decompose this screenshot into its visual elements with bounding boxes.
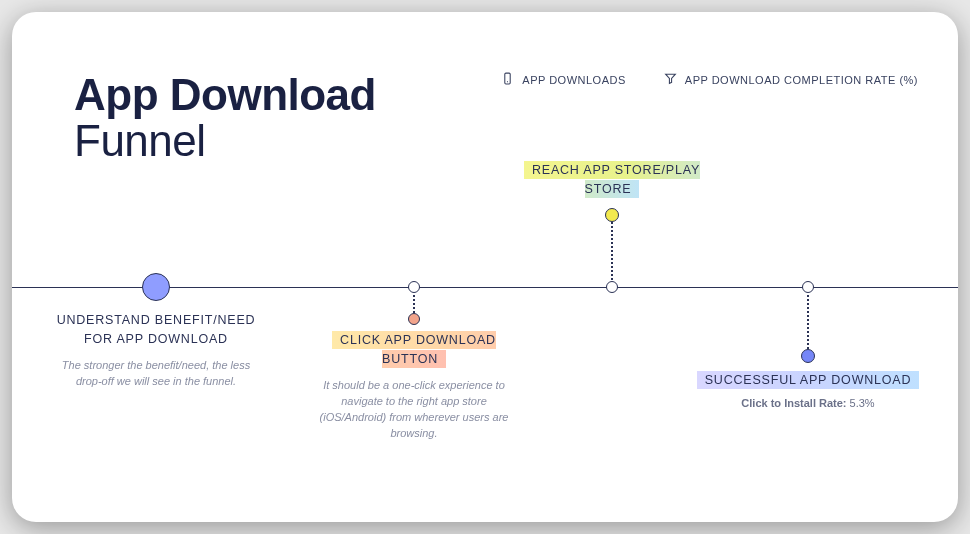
funnel-card: App Download Funnel APP DOWNLOADS APP DO…	[12, 12, 958, 522]
stage-4-metric-value: 5.3%	[850, 397, 875, 409]
title-strong: App Download	[74, 72, 376, 118]
stage-1: UNDERSTAND BENEFIT/NEED FOR APP DOWNLOAD…	[56, 310, 256, 390]
stage-2-desc: It should be a one-click experience to n…	[307, 378, 521, 442]
stage-1-desc: The stronger the benefit/need, the less …	[56, 358, 256, 390]
metrics-bar: APP DOWNLOADS APP DOWNLOAD COMPLETION RA…	[501, 72, 918, 87]
metric-label: APP DOWNLOAD COMPLETION RATE (%)	[685, 74, 918, 86]
stage-2-dot	[408, 313, 420, 325]
stage-4-metric: Click to Install Rate: 5.3%	[692, 397, 924, 409]
stage-4-metric-name: Click to Install Rate:	[741, 397, 846, 409]
stage-3-node	[606, 281, 618, 293]
funnel-icon	[664, 72, 677, 87]
metric-completion-rate: APP DOWNLOAD COMPLETION RATE (%)	[664, 72, 918, 87]
metric-downloads: APP DOWNLOADS	[501, 72, 626, 87]
stage-2: CLICK APP DOWNLOAD BUTTON It should be a…	[307, 330, 521, 442]
stage-4: SUCCESSFUL APP DOWNLOAD Click to Install…	[692, 370, 924, 409]
stage-3-label: REACH APP STORE/PLAY STORE	[524, 161, 700, 198]
stage-1-label: UNDERSTAND BENEFIT/NEED FOR APP DOWNLOAD	[57, 313, 256, 346]
stage-4-dot	[801, 349, 815, 363]
stage-2-node	[408, 281, 420, 293]
stage-4-label: SUCCESSFUL APP DOWNLOAD	[697, 371, 920, 389]
phone-icon	[501, 72, 514, 87]
svg-marker-2	[665, 74, 675, 83]
stage-1-node	[142, 273, 170, 301]
stage-4-connector	[807, 295, 809, 349]
stage-3-dot	[605, 208, 619, 222]
stage-3: REACH APP STORE/PLAY STORE	[509, 160, 715, 198]
stage-2-connector	[413, 295, 415, 313]
stage-3-connector	[611, 222, 613, 280]
stage-2-label: CLICK APP DOWNLOAD BUTTON	[332, 331, 496, 368]
title-light: Funnel	[74, 118, 376, 164]
title-block: App Download Funnel	[74, 72, 376, 164]
metric-label: APP DOWNLOADS	[522, 74, 626, 86]
stage-4-node	[802, 281, 814, 293]
